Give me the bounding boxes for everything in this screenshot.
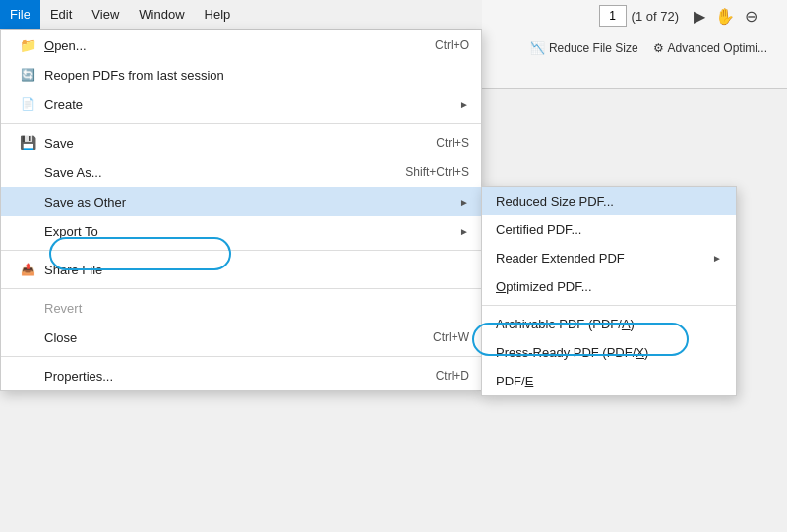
reduce-label: Reduce File Size xyxy=(549,41,638,55)
submenu-item-press-ready-pdf[interactable]: Press-Ready PDF (PDF/X) xyxy=(482,338,736,367)
open-label: Open... xyxy=(44,38,415,53)
reduced-pdf-label: Reduced Size PDF... xyxy=(496,194,722,208)
menu-file[interactable]: File xyxy=(0,0,40,29)
file-dropdown-menu: 📁 Open... Ctrl+O 🔄 Reopen PDFs from last… xyxy=(0,30,482,391)
save-as-other-submenu: Reduced Size PDF... Certified PDF... Rea… xyxy=(481,186,737,396)
separator-4 xyxy=(1,356,481,357)
hand-icon[interactable]: ✋ xyxy=(715,7,735,26)
submenu-item-reduced-pdf[interactable]: Reduced Size PDF... xyxy=(482,187,736,215)
create-arrow: ► xyxy=(459,99,469,110)
submenu-separator-1 xyxy=(482,305,736,306)
advanced-optimize-btn[interactable]: ⚙ Advanced Optimi... xyxy=(653,41,767,55)
optimized-pdf-label: Optimized PDF... xyxy=(496,279,722,294)
app-window: (1 of 72) ▶ ✋ ⊖ 📉 Reduce File Size ⚙ Adv… xyxy=(0,0,787,532)
reader-extended-label: Reader Extended PDF xyxy=(496,251,712,266)
share-label: Share File xyxy=(44,263,469,277)
revert-label: Revert xyxy=(44,301,469,316)
page-count: (1 of 72) xyxy=(632,9,679,24)
page-nav: (1 of 72) xyxy=(599,5,679,27)
pdfe-label: PDF/E xyxy=(496,374,722,388)
press-ready-pdf-label: Press-Ready PDF (PDF/X) xyxy=(496,345,722,360)
menu-edit[interactable]: Edit xyxy=(40,0,82,29)
menu-help[interactable]: Help xyxy=(195,0,241,29)
menu-item-revert: Revert xyxy=(1,293,481,323)
save-as-other-arrow: ► xyxy=(459,197,469,207)
optimize-label: Advanced Optimi... xyxy=(668,41,767,55)
reduce-file-size-btn[interactable]: 📉 Reduce File Size xyxy=(530,41,638,55)
properties-label: Properties... xyxy=(44,369,416,384)
menubar: File Edit View Window Help xyxy=(0,0,482,30)
menu-item-properties[interactable]: Properties... Ctrl+D xyxy=(1,361,481,390)
share-icon: 📤 xyxy=(15,263,40,276)
menu-item-share[interactable]: 📤 Share File xyxy=(1,255,481,284)
properties-shortcut: Ctrl+D xyxy=(436,369,469,383)
menu-item-reopen[interactable]: 🔄 Reopen PDFs from last session xyxy=(1,60,481,89)
menu-item-close[interactable]: Close Ctrl+W xyxy=(1,323,481,352)
open-shortcut: Ctrl+O xyxy=(435,38,469,52)
submenu-item-optimized-pdf[interactable]: Optimized PDF... xyxy=(482,272,736,301)
menu-item-export-to[interactable]: Export To ► xyxy=(1,216,481,246)
menu-item-save-as[interactable]: Save As... Shift+Ctrl+S xyxy=(1,157,481,187)
separator-3 xyxy=(1,288,481,289)
create-label: Create xyxy=(44,97,459,112)
page-number-input[interactable] xyxy=(599,5,627,27)
submenu-item-pdfe[interactable]: PDF/E xyxy=(482,367,736,395)
submenu-item-certified-pdf[interactable]: Certified PDF... xyxy=(482,215,736,244)
menu-window[interactable]: Window xyxy=(129,0,194,29)
archivable-pdf-label: Archivable PDF (PDF/A) xyxy=(496,317,722,331)
export-to-label: Export To xyxy=(44,224,459,239)
save-shortcut: Ctrl+S xyxy=(436,136,469,149)
cursor-icon[interactable]: ▶ xyxy=(694,7,705,26)
save-as-other-label: Save as Other xyxy=(44,195,459,209)
menu-item-save[interactable]: 💾 Save Ctrl+S xyxy=(1,128,481,157)
menu-item-create[interactable]: 📄 Create ► xyxy=(1,89,481,119)
toolbar-icons: ▶ ✋ ⊖ xyxy=(694,7,757,26)
toolbar-right: (1 of 72) ▶ ✋ ⊖ xyxy=(599,5,757,27)
create-icon: 📄 xyxy=(15,97,40,111)
submenu-item-archivable-pdf[interactable]: Archivable PDF (PDF/A) xyxy=(482,310,736,338)
certified-pdf-label: Certified PDF... xyxy=(496,222,722,237)
open-icon: 📁 xyxy=(15,37,40,53)
save-label: Save xyxy=(44,136,416,150)
close-shortcut: Ctrl+W xyxy=(433,330,469,344)
save-as-label: Save As... xyxy=(44,165,386,180)
zoom-out-icon[interactable]: ⊖ xyxy=(745,7,757,26)
menu-view[interactable]: View xyxy=(82,0,129,29)
submenu-item-reader-extended[interactable]: Reader Extended PDF ► xyxy=(482,244,736,272)
menu-item-open[interactable]: 📁 Open... Ctrl+O xyxy=(1,30,481,60)
menu-item-save-as-other[interactable]: Save as Other ► Reduced Size PDF... Cert… xyxy=(1,187,481,216)
reopen-label: Reopen PDFs from last session xyxy=(44,68,469,83)
export-to-arrow: ► xyxy=(459,226,469,237)
toolbar-actions: 📉 Reduce File Size ⚙ Advanced Optimi... xyxy=(530,41,767,55)
close-label: Close xyxy=(44,330,413,345)
separator-1 xyxy=(1,123,481,124)
reader-extended-arrow: ► xyxy=(712,253,722,264)
save-icon: 💾 xyxy=(15,135,40,150)
optimize-icon: ⚙ xyxy=(653,41,664,55)
save-as-shortcut: Shift+Ctrl+S xyxy=(405,165,469,179)
reduce-icon: 📉 xyxy=(530,41,545,55)
separator-2 xyxy=(1,250,481,251)
reopen-icon: 🔄 xyxy=(15,68,40,82)
